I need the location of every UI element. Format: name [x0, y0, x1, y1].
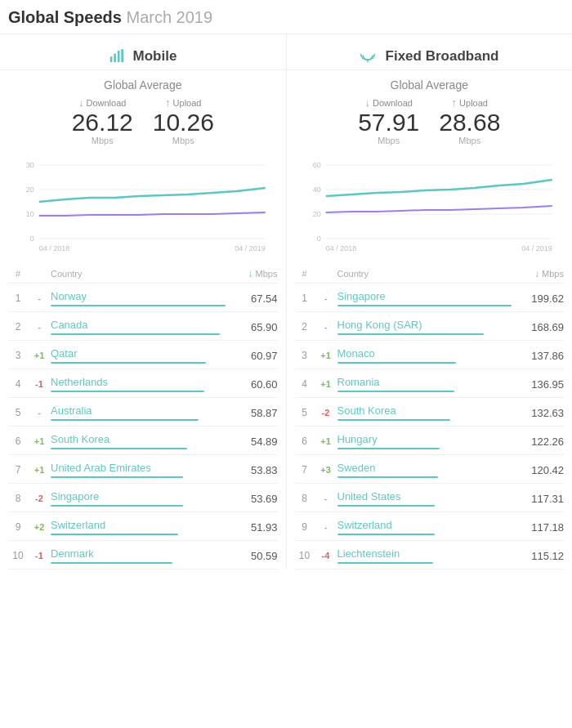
country-name[interactable]: Switzerland	[337, 519, 512, 531]
country-name[interactable]: United Arab Emirates	[51, 462, 226, 474]
mobile-icon	[109, 46, 126, 65]
broadband-download: ↓ Download 57.91 Mbps	[358, 96, 419, 145]
row-bar	[337, 476, 439, 478]
country-name[interactable]: Hungary	[337, 433, 512, 445]
table-row: 9 +2 Switzerland 51.93	[8, 512, 278, 541]
change-val: -	[28, 293, 51, 303]
bb-upload-arrow: ↑	[452, 96, 458, 109]
svg-text:04 / 2018: 04 / 2018	[325, 244, 356, 252]
mbps-val: 60.60	[226, 378, 278, 391]
download-arrow: ↓	[78, 96, 84, 109]
rank-num: 8	[295, 493, 315, 504]
country-name[interactable]: Sweden	[337, 462, 512, 474]
row-bar	[51, 448, 187, 449]
row-bar	[337, 305, 512, 306]
change-val: -4	[315, 551, 337, 561]
table-row: 5 - Australia 58.87	[8, 398, 278, 427]
change-val: +2	[28, 522, 51, 532]
rank-num: 10	[8, 550, 28, 561]
row-bar	[337, 333, 484, 335]
mobile-dl-value: 26.12	[72, 109, 133, 136]
table-row: 8 -2 Singapore 53.69	[8, 484, 278, 512]
country-name[interactable]: Qatar	[51, 347, 226, 360]
rank-num: 5	[8, 407, 28, 418]
row-bar	[337, 562, 433, 564]
change-val: -	[28, 408, 51, 418]
row-bar	[337, 505, 436, 507]
country-name[interactable]: Netherlands	[51, 376, 226, 388]
country-name[interactable]: Monaco	[337, 347, 512, 360]
country-name[interactable]: Denmark	[51, 547, 226, 560]
title-main: Global Speeds	[8, 8, 122, 26]
svg-text:0: 0	[316, 234, 320, 243]
broadband-rows-container: 1 - Singapore 199.62 2 - Hong Kong (SAR)…	[295, 284, 565, 569]
rank-num: 3	[295, 350, 315, 361]
table-row: 6 +1 South Korea 54.89	[8, 427, 278, 455]
mobile-dl-label: Download	[87, 98, 127, 108]
country-name[interactable]: South Korea	[337, 404, 512, 417]
change-val: -1	[28, 379, 51, 389]
svg-text:20: 20	[312, 210, 320, 218]
broadband-chart: 60 40 20 0 04 / 2018 04 / 2019	[295, 157, 565, 255]
panels-container: Mobile Global Average ↓ Download 26.12 M…	[0, 34, 572, 569]
country-name[interactable]: Australia	[51, 404, 226, 417]
change-val: +1	[28, 436, 51, 446]
country-name[interactable]: Canada	[51, 319, 226, 331]
mbps-val: 65.90	[226, 321, 278, 333]
country-name[interactable]: Singapore	[51, 490, 226, 502]
country-name[interactable]: South Korea	[51, 433, 226, 445]
table-row: 3 +1 Qatar 60.97	[8, 341, 278, 369]
mbps-val: 50.59	[226, 550, 278, 562]
mobile-chart-area: 30 20 10 0 04 / 2018 04 / 2019	[0, 150, 286, 263]
table-row: 3 +1 Monaco 137.86	[295, 341, 565, 369]
rank-num: 2	[295, 321, 315, 333]
svg-text:04 / 2019: 04 / 2019	[521, 244, 552, 252]
bb-dl-unit: Mbps	[358, 136, 419, 145]
mbps-val: 115.12	[512, 550, 564, 562]
svg-text:04 / 2018: 04 / 2018	[39, 244, 70, 252]
bb-ul-unit: Mbps	[439, 136, 500, 145]
row-bar	[337, 448, 440, 449]
mbps-val: 137.86	[512, 350, 564, 362]
mbps-val: 54.89	[226, 435, 278, 448]
country-name[interactable]: Norway	[51, 290, 226, 302]
rank-num: 6	[8, 435, 28, 447]
row-bar	[51, 534, 178, 535]
mobile-global-avg: Global Average ↓ Download 26.12 Mbps ↑ U…	[0, 70, 286, 150]
rank-num: 1	[295, 293, 315, 304]
mbps-val: 122.26	[512, 435, 564, 448]
mbps-val: 136.95	[512, 378, 564, 391]
mbps-val: 168.69	[512, 321, 564, 333]
table-row: 1 - Norway 67.54	[8, 284, 278, 312]
mobile-table: # Country ↓ Mbps 1 - Norway 67.54 2 - Ca…	[0, 263, 286, 569]
country-name[interactable]: Hong Kong (SAR)	[337, 319, 512, 331]
svg-rect-0	[110, 56, 113, 62]
rank-num: 4	[295, 378, 315, 390]
mbps-val: 58.87	[226, 407, 278, 419]
rank-num: 7	[8, 464, 28, 476]
mbps-val: 199.62	[512, 293, 564, 305]
row-bar	[51, 505, 183, 507]
bb-ul-label: Upload	[459, 98, 488, 108]
country-name[interactable]: Romania	[337, 376, 512, 388]
row-bar	[51, 305, 226, 306]
change-val: -	[315, 522, 337, 532]
svg-rect-2	[118, 51, 120, 62]
change-val: +3	[315, 465, 337, 475]
broadband-stats: ↓ Download 57.91 Mbps ↑ Upload 28.68 Mbp…	[287, 96, 573, 145]
mobile-panel: Mobile Global Average ↓ Download 26.12 M…	[0, 34, 287, 569]
country-name[interactable]: Switzerland	[51, 519, 226, 531]
row-bar	[51, 362, 206, 364]
broadband-label: Fixed Broadband	[386, 48, 499, 64]
rank-num: 5	[295, 407, 315, 418]
mbps-val: 132.63	[512, 407, 564, 419]
row-bar	[337, 391, 454, 392]
change-val: -	[28, 322, 51, 332]
table-row: 8 - United States 117.31	[295, 484, 565, 512]
broadband-header: Fixed Broadband	[287, 34, 573, 70]
row-bar	[51, 333, 220, 335]
country-name[interactable]: United States	[337, 490, 512, 502]
country-name[interactable]: Liechtenstein	[337, 547, 512, 560]
country-name[interactable]: Singapore	[337, 290, 512, 302]
table-row: 1 - Singapore 199.62	[295, 284, 565, 312]
